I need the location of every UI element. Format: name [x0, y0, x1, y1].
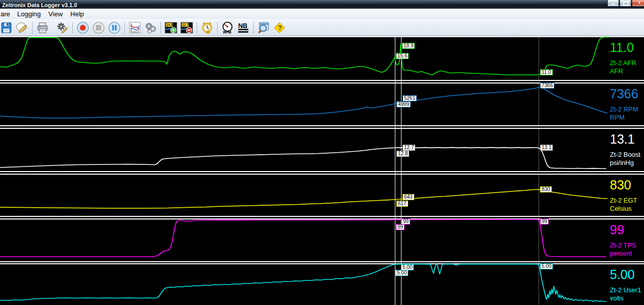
rpm-position-value-label: 7366 — [540, 82, 554, 89]
alarm-button-icon[interactable] — [199, 21, 215, 35]
print-button-icon[interactable] — [35, 21, 50, 35]
egt-position-value-label: 830 — [540, 186, 552, 192]
user1-channel-unit: volts — [610, 294, 624, 302]
chart-view-button-icon[interactable] — [127, 21, 143, 35]
boost-channel-unit: psi/inHg — [610, 159, 634, 167]
close-button[interactable]: x — [632, 0, 644, 7]
pause-button-icon[interactable] — [106, 21, 122, 35]
tps-channel-unit: percent — [610, 249, 632, 257]
afr-cursor-value-lo-label: 15.6 — [396, 53, 409, 59]
menu-bar: areLoggingViewHelp — [0, 9, 644, 20]
save-log-button-icon[interactable] — [0, 21, 14, 35]
toolbar-separator — [160, 22, 161, 34]
user1-cursor-value-lo-label: 5.00 — [395, 270, 408, 276]
user1-channel-name: Zt-2 User1 — [610, 286, 641, 294]
boost-channel-name: Zt-2 Boost — [610, 151, 640, 158]
trace-afr — [0, 37, 609, 75]
sensors-button-icon[interactable] — [143, 21, 158, 35]
view-log-button-icon[interactable] — [256, 21, 272, 35]
record-button-icon[interactable] — [75, 21, 91, 35]
trace-tps — [0, 219, 606, 257]
menu-item-logging[interactable]: Logging — [17, 10, 41, 18]
trace-egt — [0, 189, 607, 208]
tps-channel-name: Zt-2 TPS — [610, 241, 636, 249]
rpm-gauge-button-icon[interactable]: RPM — [220, 21, 235, 35]
tps-cursor-value-lo-label: 99 — [396, 224, 405, 230]
svg-text:RPM: RPM — [223, 30, 231, 34]
help-button-icon[interactable]: ? — [272, 21, 287, 35]
svg-text:?: ? — [278, 24, 282, 32]
svg-text:12.7: 12.7 — [182, 23, 189, 26]
egt-channel-unit: Celsius — [610, 205, 632, 212]
rpm-channel-unit: RPM — [610, 114, 625, 121]
egt-current-value: 830 — [610, 178, 631, 192]
boost-current-value: 13.1 — [610, 132, 635, 147]
rpm-cursor-value-lo-label: 4999 — [396, 101, 411, 107]
maximize-button[interactable] — [620, 0, 631, 7]
rpm-current-value: 7366 — [610, 87, 638, 101]
toolbar-separator — [197, 22, 197, 34]
trace-user1 — [0, 264, 606, 301]
afr-channel-name: Zt-2 AFR — [610, 59, 636, 67]
afr-target-add-button-icon[interactable]: 14.5 — [163, 21, 179, 35]
user1-position-value-label: 5.00 — [540, 263, 553, 269]
menu-item-help[interactable]: Help — [70, 10, 84, 18]
svg-text:NB: NB — [238, 22, 248, 30]
tps-current-value: 99 — [610, 223, 624, 237]
egt-cursor-value-lo-label: 617 — [396, 201, 408, 207]
close-icon: x — [632, 0, 644, 6]
toolbar: 14.512.7RPMNB? — [0, 20, 644, 36]
afr-target-remove-button-icon[interactable]: 12.7 — [179, 21, 195, 35]
minimize-icon — [611, 4, 615, 5]
tps-position-value-label: 99 — [540, 218, 549, 225]
afr-position-value-label: 11.0 — [540, 69, 553, 75]
afr-cursor-value-hi-label: 18.9 — [402, 43, 415, 49]
rpm-cursor-value-hi-label: 5261 — [403, 95, 417, 101]
afr-channel-unit: AFR — [610, 67, 623, 75]
toolbar-separator — [32, 22, 33, 34]
title-bar: Zeitronix Data Logger v3.1.0 x — [0, 0, 644, 9]
narrowband-button-icon[interactable]: NB — [235, 21, 251, 35]
toolbar-separator — [72, 22, 73, 34]
maximize-icon — [623, 1, 629, 6]
boost-position-value-label: 13.1 — [540, 145, 553, 151]
toolbar-separator — [124, 22, 125, 34]
afr-current-value: 11.0 — [610, 40, 634, 55]
stop-button-icon[interactable] — [91, 21, 106, 35]
toolbar-separator — [253, 22, 254, 34]
egt-cursor-value-hi-label: 643 — [403, 194, 414, 200]
svg-text:14.5: 14.5 — [166, 23, 173, 26]
toolbar-separator — [217, 22, 218, 34]
settings-button-icon[interactable] — [55, 21, 70, 35]
window-title: Zeitronix Data Logger v3.1.0 — [0, 1, 77, 9]
boost-cursor-value-lo-label: 12.8 — [396, 151, 409, 157]
traces-overlay — [0, 0, 644, 305]
menu-item-view[interactable]: View — [48, 10, 63, 18]
notes-button-icon[interactable] — [14, 21, 30, 35]
rpm-channel-name: Zt-2 RPM — [610, 105, 638, 113]
user1-current-value: 5.00 — [610, 267, 635, 282]
minimize-button[interactable] — [607, 0, 619, 7]
trace-rpm — [0, 88, 607, 119]
trace-boost — [0, 148, 606, 169]
menu-item-software-partial[interactable]: are — [1, 10, 10, 18]
boost-cursor-value-hi-label: 12.7 — [403, 145, 415, 151]
egt-channel-name: Zt-2 EGT — [610, 197, 637, 204]
